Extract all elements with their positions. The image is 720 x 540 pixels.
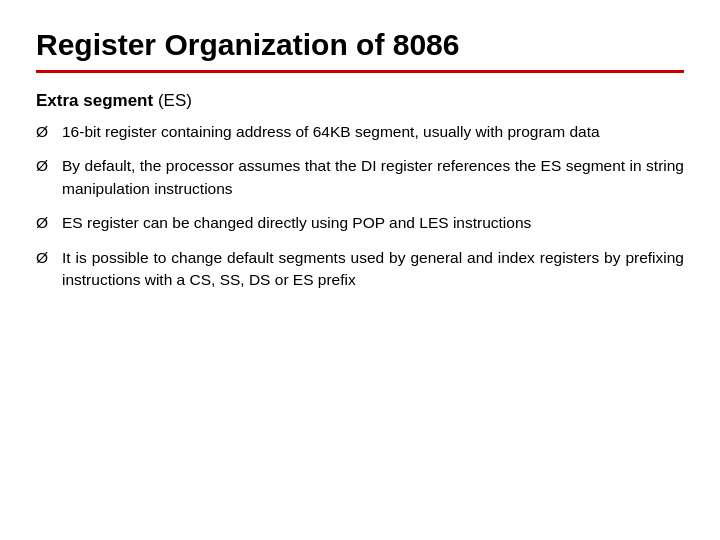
- title-divider: [36, 70, 684, 73]
- bullet-symbol-2: Ø: [36, 155, 62, 177]
- page-title: Register Organization of 8086: [36, 28, 684, 62]
- bullet-text-4: It is possible to change default segment…: [62, 247, 684, 292]
- section-heading-normal: (ES): [153, 91, 192, 110]
- section-heading: Extra segment (ES): [36, 91, 684, 111]
- list-item: Ø By default, the processor assumes that…: [36, 155, 684, 200]
- list-item: Ø It is possible to change default segme…: [36, 247, 684, 292]
- page-container: Register Organization of 8086 Extra segm…: [0, 0, 720, 540]
- list-item: Ø 16-bit register containing address of …: [36, 121, 684, 143]
- bullet-symbol-3: Ø: [36, 212, 62, 234]
- bullet-text-2: By default, the processor assumes that t…: [62, 155, 684, 200]
- bullet-symbol-4: Ø: [36, 247, 62, 269]
- list-item: Ø ES register can be changed directly us…: [36, 212, 684, 234]
- bullet-symbol-1: Ø: [36, 121, 62, 143]
- bullet-list: Ø 16-bit register containing address of …: [36, 121, 684, 292]
- bullet-text-3: ES register can be changed directly usin…: [62, 212, 684, 234]
- bullet-text-1: 16-bit register containing address of 64…: [62, 121, 684, 143]
- section-heading-bold: Extra segment: [36, 91, 153, 110]
